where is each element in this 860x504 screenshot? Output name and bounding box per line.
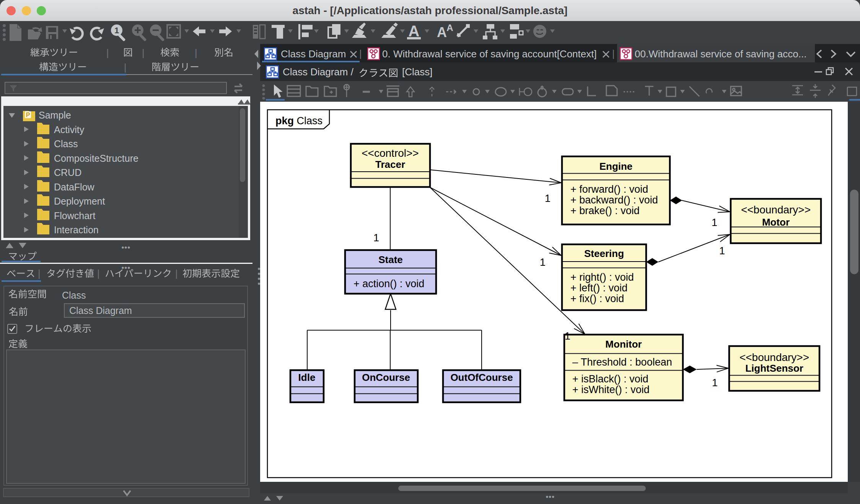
svg-text:LightSensor: LightSensor: [745, 363, 803, 374]
svg-text:Interaction: Interaction: [54, 224, 99, 235]
svg-text:Motor: Motor: [762, 216, 790, 228]
svg-text:<<control>>: <<control>>: [362, 147, 419, 159]
svg-text:A: A: [409, 23, 420, 39]
svg-text:CompositeStructure: CompositeStructure: [54, 153, 138, 164]
svg-text:1: 1: [719, 245, 725, 257]
svg-text:+ backward() : void: + backward() : void: [570, 194, 658, 206]
svg-text:+ fix() : void: + fix() : void: [570, 293, 624, 304]
svg-text:Class: Class: [54, 138, 78, 149]
svg-text:Flowchart: Flowchart: [54, 210, 95, 221]
svg-text:Tracer: Tracer: [375, 159, 405, 170]
svg-text:<<boundary>>: <<boundary>>: [739, 351, 809, 363]
svg-text:Deployment: Deployment: [54, 196, 105, 206]
svg-text:+ brake() : void: + brake() : void: [570, 205, 640, 216]
svg-text:+ isBlack() : void: + isBlack() : void: [572, 373, 648, 385]
svg-text:<<boundary>>: <<boundary>>: [741, 204, 811, 216]
svg-text:1: 1: [712, 217, 717, 228]
svg-text:+ right() : void: + right() : void: [570, 272, 634, 283]
svg-text:State: State: [378, 254, 403, 265]
svg-text:1: 1: [373, 232, 379, 244]
svg-text:1: 1: [712, 377, 718, 389]
svg-text:P: P: [26, 112, 30, 118]
svg-text:1: 1: [540, 257, 546, 268]
svg-text:+ action() : void: + action() : void: [353, 278, 424, 289]
svg-text:1: 1: [565, 330, 570, 342]
svg-text:CRUD: CRUD: [54, 167, 81, 178]
svg-text:DataFlow: DataFlow: [54, 182, 95, 192]
svg-text:Idle: Idle: [298, 372, 316, 383]
svg-text:OutOfCourse: OutOfCourse: [450, 372, 513, 383]
svg-text:Engine: Engine: [599, 161, 633, 172]
svg-text:+ forward() : void: + forward() : void: [570, 184, 648, 195]
svg-text:+ left() : void: + left() : void: [570, 282, 627, 294]
svg-text:1: 1: [114, 26, 119, 35]
svg-text:– Threshold : boolean: – Threshold : boolean: [572, 356, 672, 368]
svg-text:Sample: Sample: [39, 111, 71, 120]
svg-text:+ isWhite() : void: + isWhite() : void: [572, 384, 650, 395]
svg-text:A: A: [446, 23, 453, 33]
svg-text:1: 1: [545, 193, 551, 204]
svg-text:OnCourse: OnCourse: [362, 372, 410, 383]
svg-text:Activity: Activity: [54, 124, 85, 135]
svg-text:A: A: [437, 24, 447, 40]
svg-text:pkg Class: pkg Class: [275, 115, 322, 127]
svg-text:Monitor: Monitor: [605, 338, 642, 350]
svg-text:Steering: Steering: [584, 248, 624, 259]
